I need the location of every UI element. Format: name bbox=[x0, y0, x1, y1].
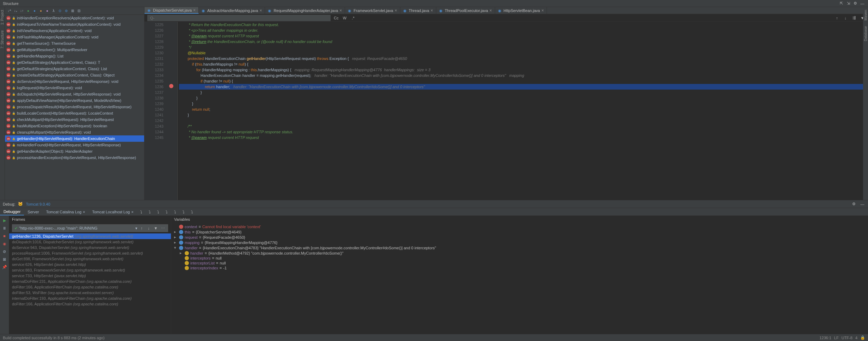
stack-frame[interactable]: doFilter:166, ApplicationFilterChain (or… bbox=[9, 301, 171, 307]
indent[interactable]: 4 bbox=[855, 336, 857, 340]
collapse-all-icon[interactable]: ⊟ bbox=[76, 8, 82, 14]
run-to-cursor-icon[interactable]: ⤵ bbox=[181, 209, 186, 215]
close-icon[interactable]: × bbox=[131, 210, 133, 214]
structure-item[interactable]: m🔒buildLocaleContext(HttpServletRequest)… bbox=[5, 110, 144, 116]
structure-item[interactable]: m🔒cleanupMultipart(HttpServletRequest): … bbox=[5, 129, 144, 135]
view-breakpoints-icon[interactable]: ◉ bbox=[1, 240, 8, 247]
structure-item[interactable]: m🔒getDefaultStrategies(ApplicationContex… bbox=[5, 66, 144, 72]
autoscroll-to-icon[interactable]: ⊙ bbox=[57, 8, 63, 14]
line-separator[interactable]: LF bbox=[834, 336, 839, 340]
search-input[interactable] bbox=[147, 15, 331, 21]
structure-item[interactable]: m🔒initRequestToViewNameTranslator(Applic… bbox=[5, 21, 144, 28]
stack-frame[interactable]: getHandler:1236, DispatcherServlet (org.… bbox=[9, 233, 171, 239]
restore-layout-icon[interactable]: ⊞ bbox=[1, 256, 8, 262]
run-config-name[interactable]: Tomcat 9.0.40 bbox=[26, 202, 50, 206]
close-tab-icon[interactable]: × bbox=[490, 8, 492, 13]
expand-arrow-icon[interactable]: ▾ bbox=[174, 245, 178, 250]
structure-item[interactable]: m🔒checkMultipart(HttpServletRequest): Ht… bbox=[5, 116, 144, 123]
match-case-icon[interactable]: Cc bbox=[333, 15, 339, 21]
stack-frame[interactable]: doGet:898, FrameworkServlet (org.springf… bbox=[9, 256, 171, 262]
structure-item[interactable]: m🔒initViewResolvers(ApplicationContext):… bbox=[5, 28, 144, 34]
hide-icon[interactable]: — bbox=[860, 1, 865, 6]
dropdown-icon[interactable]: ▾ bbox=[135, 226, 137, 231]
next-frame-icon[interactable]: ↓ bbox=[146, 225, 152, 231]
editor-tab[interactable]: ◉HttpServletBean.java× bbox=[495, 7, 547, 14]
filter-anon-icon[interactable]: λ bbox=[51, 8, 56, 14]
expand-icon[interactable]: ⇲ bbox=[845, 1, 851, 6]
stack-frame[interactable]: doService:943, DispatcherServlet (org.sp… bbox=[9, 245, 171, 250]
filter-fields-icon[interactable]: ● bbox=[25, 8, 31, 14]
variable-list[interactable]: context = Cannot find local variable 'co… bbox=[171, 223, 868, 334]
more-icon[interactable]: ⋯ bbox=[160, 225, 166, 231]
structure-item[interactable]: m🔒initHandlerExceptionResolvers(Applicat… bbox=[5, 15, 144, 21]
variable-item[interactable]: ▸mapping = {RequestMappingHandlerMapping… bbox=[173, 240, 867, 245]
expand-arrow-icon[interactable]: ▸ bbox=[174, 230, 178, 234]
structure-item[interactable]: m🔒noHandlerFound(HttpServletRequest, Htt… bbox=[5, 142, 144, 148]
close-tab-icon[interactable]: × bbox=[431, 8, 433, 13]
expand-arrow-icon[interactable]: ▸ bbox=[180, 251, 183, 255]
structure-item[interactable]: m🔒createDefaultStrategy(ApplicationConte… bbox=[5, 72, 144, 78]
breakpoint-icon[interactable] bbox=[169, 84, 173, 88]
stack-frame[interactable]: internalDoFilter:231, ApplicationFilterC… bbox=[9, 279, 171, 284]
next-match-icon[interactable]: ↓ bbox=[843, 15, 848, 21]
resume-icon[interactable]: ▶ bbox=[1, 217, 8, 224]
editor-tab[interactable]: ◉ThreadPoolExecutor.java× bbox=[436, 7, 495, 14]
structure-item[interactable]: m🔒getMultipartResolver(): MultipartResol… bbox=[5, 47, 144, 53]
gear-icon[interactable]: ⚙ bbox=[852, 1, 858, 6]
variable-item[interactable]: ▾handler = {HandlerExecutionChain@4783} … bbox=[173, 245, 867, 250]
drop-frame-icon[interactable]: ⤵ bbox=[172, 209, 178, 215]
step-over-icon[interactable]: ⤵ bbox=[138, 209, 144, 215]
debug-tab[interactable]: Tomcat Localhost Log × bbox=[88, 208, 137, 215]
filter-inherited-icon[interactable]: ● bbox=[44, 8, 50, 14]
variable-item[interactable]: interceptorList = null bbox=[173, 261, 867, 266]
evaluate-icon[interactable]: ⤵ bbox=[189, 209, 195, 215]
stack-frame[interactable]: internalDoFilter:193, ApplicationFilterC… bbox=[9, 296, 171, 301]
structure-tab[interactable]: 7: Structure bbox=[0, 29, 4, 50]
variable-item[interactable]: ▸this = {DispatcherServlet@4649} bbox=[173, 229, 867, 235]
lock-icon[interactable]: 🔒 bbox=[860, 335, 865, 340]
structure-item[interactable]: m🔒getHandler(HttpServletRequest): Handle… bbox=[5, 135, 144, 142]
editor-tab[interactable]: ◉DispatcherServlet.java× bbox=[144, 7, 199, 14]
expand-arrow-icon[interactable]: ▸ bbox=[174, 235, 178, 239]
variable-item[interactable]: interceptors = null bbox=[173, 256, 867, 261]
debug-tab[interactable]: Server bbox=[24, 208, 42, 215]
structure-item[interactable]: m🔒initFlashMapManager(ApplicationContext… bbox=[5, 34, 144, 40]
sort-visibility-icon[interactable]: ↓ᵥ bbox=[13, 8, 18, 14]
expand-all-icon[interactable]: ⊞ bbox=[70, 8, 75, 14]
caret-position[interactable]: 1236:1 bbox=[819, 336, 831, 340]
frame-list[interactable]: getHandler:1236, DispatcherServlet (org.… bbox=[9, 233, 171, 334]
close-icon[interactable]: × bbox=[83, 210, 85, 214]
variable-item[interactable]: interceptorIndex = -1 bbox=[173, 266, 867, 270]
mute-breakpoints-icon[interactable]: ⊘ bbox=[1, 248, 8, 255]
editor-tab[interactable]: ◉RequestMappingHandlerAdapter.java× bbox=[265, 7, 345, 14]
variable-item[interactable]: ▸handler = {HandlerMethod@4792} "com.bjp… bbox=[173, 250, 867, 256]
structure-item[interactable]: m🔒getDefaultStrategy(ApplicationContext,… bbox=[5, 59, 144, 66]
structure-item[interactable]: m🔒applyDefaultViewName(HttpServletReques… bbox=[5, 97, 144, 104]
database-tab[interactable]: Database bbox=[864, 25, 868, 43]
close-tab-icon[interactable]: × bbox=[339, 8, 342, 13]
pause-icon[interactable]: ⏸ bbox=[1, 225, 8, 231]
autoscroll-from-icon[interactable]: ⊚ bbox=[63, 8, 69, 14]
filter-methods-icon[interactable]: ● bbox=[32, 8, 37, 14]
minimize-icon[interactable]: — bbox=[860, 201, 865, 207]
sort-icon[interactable]: ↓↑ bbox=[19, 8, 25, 14]
collapse-icon[interactable]: ⇱ bbox=[838, 1, 844, 6]
step-into-icon[interactable]: ⤵ bbox=[147, 209, 153, 215]
stop-icon[interactable]: ■ bbox=[1, 233, 8, 239]
close-tab-icon[interactable]: × bbox=[541, 8, 544, 13]
settings-icon[interactable]: ⚙ bbox=[851, 201, 857, 207]
prev-frame-icon[interactable]: ↑ bbox=[139, 225, 144, 231]
stack-frame[interactable]: processRequest:1006, FrameworkServlet (o… bbox=[9, 250, 171, 256]
structure-item[interactable]: m🔒doService(HttpServletRequest, HttpServ… bbox=[5, 78, 144, 85]
structure-item[interactable]: m🔒getHandlerAdapter(Object): HandlerAdap… bbox=[5, 148, 144, 154]
editor-tab[interactable]: ◉AbstractHandlerMapping.java× bbox=[199, 7, 265, 14]
editor-tab[interactable]: ◉Thread.java× bbox=[400, 7, 436, 14]
words-icon[interactable]: W bbox=[342, 15, 347, 21]
structure-item[interactable]: m🔒hasMultipartException(HttpServletReque… bbox=[5, 123, 144, 129]
stack-frame[interactable]: service:733, HttpServlet (javax.servlet.… bbox=[9, 273, 171, 279]
editor-tab[interactable]: ◉FrameworkServlet.java× bbox=[345, 7, 400, 14]
close-tab-icon[interactable]: × bbox=[259, 8, 262, 13]
stack-frame[interactable]: service:626, HttpServlet (javax.servlet.… bbox=[9, 262, 171, 267]
filter-frames-icon[interactable]: ▼ bbox=[153, 225, 159, 231]
variable-item[interactable]: ▸request = {RequestFacade@4650} bbox=[173, 235, 867, 240]
